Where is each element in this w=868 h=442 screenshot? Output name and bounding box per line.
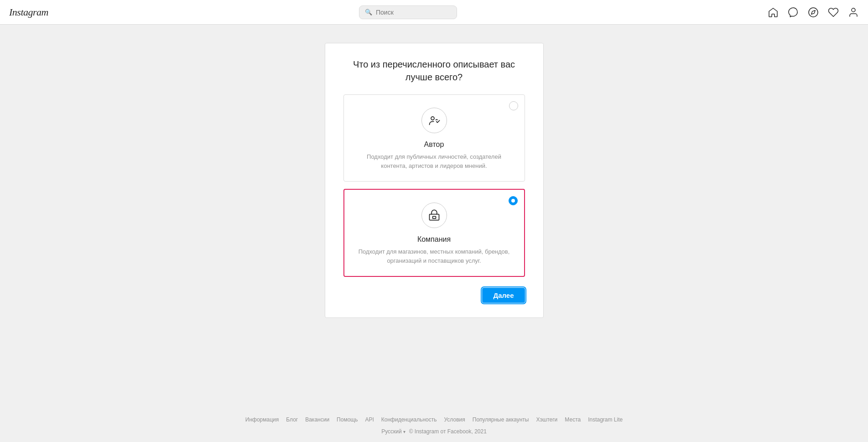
instagram-logo: Instagram xyxy=(9,6,48,18)
company-icon-circle xyxy=(421,203,447,228)
footer-link-terms[interactable]: Условия xyxy=(444,416,465,423)
header: Instagram 🔍 xyxy=(0,0,868,25)
chevron-down-icon: ▾ xyxy=(403,429,405,434)
language-label: Русский xyxy=(381,428,402,435)
author-icon-circle xyxy=(421,108,447,133)
footer-link-info[interactable]: Информация xyxy=(245,416,279,423)
author-icon xyxy=(428,114,441,127)
footer-link-places[interactable]: Места xyxy=(565,416,581,423)
footer-copyright-row: Русский ▾ © Instagram от Facebook, 2021 xyxy=(9,428,859,435)
author-option[interactable]: Автор Подходит для публичных личностей, … xyxy=(343,94,525,182)
company-title: Компания xyxy=(355,235,513,244)
profile-icon[interactable] xyxy=(848,7,859,18)
footer-link-top-accounts[interactable]: Популярные аккаунты xyxy=(473,416,529,423)
card-title: Что из перечисленного описывает вас лучш… xyxy=(343,58,525,83)
activity-icon[interactable] xyxy=(828,7,839,18)
copyright-text: © Instagram от Facebook, 2021 xyxy=(409,428,487,435)
footer-links: Информация Блог Вакансии Помощь API Конф… xyxy=(9,416,859,423)
company-radio xyxy=(509,196,518,205)
site-footer: Информация Блог Вакансии Помощь API Конф… xyxy=(0,406,868,442)
footer-link-api[interactable]: API xyxy=(365,416,374,423)
footer-link-blog[interactable]: Блог xyxy=(286,416,298,423)
footer-link-help[interactable]: Помощь xyxy=(337,416,358,423)
svg-point-0 xyxy=(809,8,818,17)
explore-icon[interactable] xyxy=(808,7,819,18)
page-wrapper: Что из перечисленного описывает вас лучш… xyxy=(0,0,868,442)
home-icon[interactable] xyxy=(768,7,779,18)
search-bar[interactable]: 🔍 xyxy=(359,5,457,19)
footer-link-jobs[interactable]: Вакансии xyxy=(305,416,329,423)
nav-icons xyxy=(768,7,859,18)
author-description: Подходит для публичных личностей, создат… xyxy=(355,152,514,170)
footer-link-instagram-lite[interactable]: Instagram Lite xyxy=(588,416,623,423)
svg-marker-1 xyxy=(811,10,815,14)
svg-rect-4 xyxy=(429,214,439,220)
author-title: Автор xyxy=(355,140,514,149)
next-button[interactable]: Далее xyxy=(482,288,525,303)
footer-link-hashtags[interactable]: Хэштеги xyxy=(536,416,557,423)
company-option[interactable]: Компания Подходит для магазинов, местных… xyxy=(343,189,525,277)
svg-point-3 xyxy=(431,117,434,120)
author-radio xyxy=(509,101,518,110)
search-icon: 🔍 xyxy=(365,9,372,16)
svg-rect-5 xyxy=(432,216,436,218)
footer-link-privacy[interactable]: Конфиденциальность xyxy=(381,416,437,423)
language-selector[interactable]: Русский ▾ xyxy=(381,428,405,435)
account-type-card: Что из перечисленного описывает вас лучш… xyxy=(325,43,544,318)
messenger-icon[interactable] xyxy=(788,7,799,18)
company-description: Подходит для магазинов, местных компаний… xyxy=(355,247,513,265)
card-footer: Далее xyxy=(343,288,525,303)
svg-point-2 xyxy=(852,8,855,12)
company-icon xyxy=(428,209,441,222)
main-content: Что из перечисленного описывает вас лучш… xyxy=(0,25,868,406)
search-input[interactable] xyxy=(376,9,451,16)
